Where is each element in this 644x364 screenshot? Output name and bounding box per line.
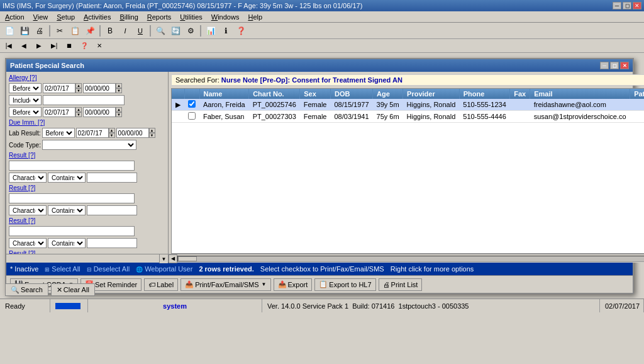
col-checkbox[interactable]: [184, 89, 199, 99]
print-fax-btn[interactable]: 📤 Print/Fax/Email/SMS: [180, 278, 270, 291]
restore-btn[interactable]: ◻: [623, 2, 631, 9]
result3-contains-select[interactable]: Contains: [48, 238, 86, 248]
tb-chart[interactable]: 📊: [204, 25, 218, 37]
result1-contains-select[interactable]: Contains: [48, 173, 86, 183]
tb-search[interactable]: 🔍: [153, 25, 167, 37]
lab-time-down[interactable]: ▼: [149, 133, 155, 138]
allergy-time-down[interactable]: ▼: [116, 88, 122, 93]
result1-input[interactable]: [9, 161, 135, 171]
row2-checkbox[interactable]: [188, 112, 196, 120]
scroll-down-btn[interactable]: ▼: [159, 254, 168, 263]
minimize-btn[interactable]: ─: [613, 2, 621, 9]
allergy-time-input[interactable]: [83, 83, 116, 93]
allergy-time-up[interactable]: ▲: [116, 83, 122, 88]
select-all-btn[interactable]: ⊞ Select All: [45, 265, 80, 273]
allergy-time2-input[interactable]: [83, 107, 116, 117]
menu-setup[interactable]: Setup: [53, 13, 79, 21]
export-hl7-btn[interactable]: 📋 Export to HL7: [314, 278, 375, 291]
menu-action[interactable]: Action: [1, 13, 28, 21]
allergy-before-select[interactable]: Before: [9, 83, 42, 93]
col-fax[interactable]: Fax: [510, 89, 530, 99]
tb-save[interactable]: 💾: [18, 25, 31, 37]
results-table-container[interactable]: Name Chart No. Sex DOB Age Provider Phon…: [171, 88, 644, 254]
result1-label[interactable]: Result [?]: [9, 152, 35, 159]
allergy-date-input[interactable]: [43, 83, 75, 93]
menu-activities[interactable]: Activities: [80, 13, 114, 21]
col-provider[interactable]: Provider: [403, 89, 460, 99]
modal-minimize[interactable]: ─: [600, 62, 609, 69]
result2-contains-select[interactable]: Contains: [48, 205, 86, 215]
result1-value-input[interactable]: [87, 173, 137, 183]
nav-help[interactable]: ❓: [78, 41, 91, 51]
result2-label[interactable]: Result [?]: [9, 185, 35, 191]
result3-char-select[interactable]: Character: [9, 238, 47, 248]
print-list-btn[interactable]: 🖨 Print List: [379, 278, 423, 291]
tb-help[interactable]: ❓: [234, 25, 248, 37]
table-row[interactable]: ▶ Aaron, Freida PT_00025746 Female 08/15…: [172, 99, 644, 111]
deselect-all-btn[interactable]: ⊟ Deselect All: [87, 265, 130, 273]
modal-close[interactable]: ✕: [620, 62, 629, 69]
result2-value-input[interactable]: [87, 205, 137, 215]
allergy-include-input[interactable]: [43, 95, 125, 105]
lab-time-up[interactable]: ▲: [149, 128, 155, 133]
result2-input[interactable]: [9, 193, 135, 203]
col-phone[interactable]: Phone: [459, 89, 510, 99]
col-email[interactable]: Email: [530, 89, 630, 99]
row1-checkbox[interactable]: [188, 100, 196, 108]
row1-checkbox-cell[interactable]: [184, 99, 199, 111]
export-btn[interactable]: 📤 Export: [274, 278, 313, 291]
result3-value-input[interactable]: [87, 238, 137, 248]
modal-restore[interactable]: ◻: [610, 62, 619, 69]
col-dob[interactable]: DOB: [330, 89, 372, 99]
search-button[interactable]: 🔍 Search: [5, 283, 48, 296]
allergy-time2-down[interactable]: ▼: [116, 112, 122, 117]
col-age[interactable]: Age: [373, 89, 403, 99]
hscroll-left-btn[interactable]: ◀: [169, 254, 177, 263]
menu-reports[interactable]: Reports: [143, 13, 175, 21]
allergy-date-down[interactable]: ▼: [75, 88, 82, 93]
row2-checkbox-cell[interactable]: [184, 111, 199, 123]
nav-prev[interactable]: ◀: [18, 41, 30, 51]
tb-bold[interactable]: B: [103, 25, 117, 37]
allergy-date-up[interactable]: ▲: [75, 83, 82, 88]
results-hscroll[interactable]: ◀ ▶: [169, 254, 644, 263]
allergy-include-select[interactable]: Include: [9, 95, 42, 105]
tb-settings[interactable]: ⚙: [184, 25, 197, 37]
menu-utilities[interactable]: Utilities: [176, 13, 206, 21]
menu-view[interactable]: View: [30, 13, 52, 21]
tb-paste[interactable]: 📌: [83, 25, 97, 37]
col-indicator[interactable]: [172, 89, 184, 99]
allergy-label[interactable]: Allergy [?]: [9, 74, 36, 81]
tb-print[interactable]: 🖨: [33, 25, 47, 37]
lab-date-down[interactable]: ▼: [109, 133, 115, 138]
table-row[interactable]: Faber, Susan PT_00027303 Female 08/03/19…: [172, 111, 644, 123]
tb-info[interactable]: ℹ: [219, 25, 233, 37]
nav-close[interactable]: ✕: [93, 41, 106, 51]
result3-input[interactable]: [9, 226, 135, 236]
lab-time-input[interactable]: [116, 128, 149, 138]
tb-refresh[interactable]: 🔄: [169, 25, 182, 37]
lab-date-input[interactable]: [76, 128, 109, 138]
menu-windows[interactable]: Windows: [208, 13, 243, 21]
nav-stop[interactable]: ⏹: [63, 41, 75, 51]
result3-label[interactable]: Result [?]: [9, 217, 35, 224]
col-sex[interactable]: Sex: [300, 89, 331, 99]
nav-first[interactable]: |◀: [3, 41, 15, 51]
tb-cut[interactable]: ✂: [53, 25, 67, 37]
nav-last[interactable]: ▶|: [48, 41, 60, 51]
menu-help[interactable]: Help: [244, 13, 266, 21]
hscroll-thumb[interactable]: [178, 256, 197, 261]
webportal-btn[interactable]: 🌐 Webportal User: [136, 265, 192, 273]
result2-char-select[interactable]: Character: [9, 205, 47, 215]
clear-all-button[interactable]: ✕ Clear All: [51, 283, 95, 296]
allergy-time2-up[interactable]: ▲: [116, 107, 122, 112]
lab-date-up[interactable]: ▲: [109, 128, 115, 133]
close-btn[interactable]: ✕: [633, 2, 641, 9]
col-patient[interactable]: Patie: [630, 89, 644, 99]
result1-char-select[interactable]: Character: [9, 173, 47, 183]
tb-underline[interactable]: U: [133, 25, 147, 37]
allergy-before2-select[interactable]: Before: [9, 107, 42, 117]
tb-new[interactable]: 📄: [3, 25, 16, 37]
label-btn[interactable]: 🏷 Label: [144, 278, 178, 291]
col-name[interactable]: Name: [199, 89, 249, 99]
